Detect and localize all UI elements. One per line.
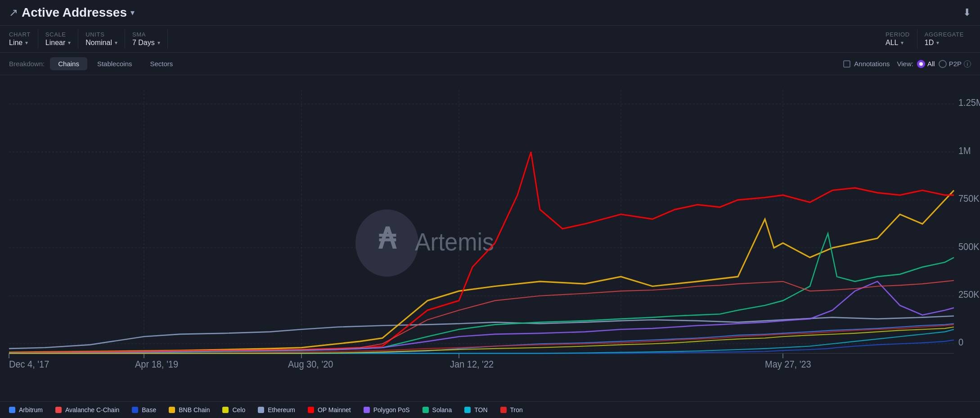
sma-control: SMA 7 Days ▾: [132, 29, 168, 49]
breakdown-bar: Breakdown: Chains Stablecoins Sectors An…: [0, 53, 980, 75]
units-control: UNITS Nominal ▾: [85, 29, 125, 49]
period-value: ALL: [886, 39, 898, 47]
legend-label-ethereum: Ethereum: [268, 406, 295, 413]
view-p2p-option[interactable]: P2P i: [939, 60, 971, 68]
chart-svg: 1.25M 1M 750K 500K 250K 0 ₳ Artemis Dec …: [0, 75, 980, 401]
chart-control: CHART Line ▾: [9, 29, 38, 49]
svg-text:0: 0: [958, 337, 963, 348]
scale-control: SCALE Linear ▾: [45, 29, 78, 49]
legend-color-avalanche: [55, 407, 62, 413]
view-control: View: All P2P i: [897, 60, 971, 68]
tab-stablecoins[interactable]: Stablecoins: [89, 57, 140, 70]
legend-label-arbitrum: Arbitrum: [19, 406, 43, 413]
legend-item-ethereum[interactable]: Ethereum: [258, 406, 295, 413]
header: ↗ Active Addresses ▾ ⬇: [0, 0, 980, 26]
chart-value: Line: [9, 39, 22, 47]
annotations-label: Annotations: [854, 60, 890, 68]
svg-text:750K: 750K: [958, 193, 980, 204]
tab-chains[interactable]: Chains: [50, 57, 87, 70]
chart-caret: ▾: [25, 40, 28, 46]
legend-label-polygon: Polygon PoS: [373, 406, 410, 413]
legend-label-bnb: BNB Chain: [179, 406, 210, 413]
units-dropdown[interactable]: Nominal ▾: [85, 39, 117, 47]
legend-item-ton[interactable]: TON: [464, 406, 487, 413]
legend-color-polygon: [364, 407, 370, 413]
breakdown-tabs: Chains Stablecoins Sectors: [50, 57, 181, 70]
aggregate-caret: ▾: [936, 40, 939, 46]
legend-item-base[interactable]: Base: [132, 406, 156, 413]
scale-dropdown[interactable]: Linear ▾: [45, 39, 71, 47]
annotations-control[interactable]: Annotations: [843, 60, 890, 68]
scale-caret: ▾: [68, 40, 71, 46]
svg-text:Jan 12, '22: Jan 12, '22: [450, 359, 494, 370]
legend-item-solana[interactable]: Solana: [423, 406, 452, 413]
legend-label-tron: Tron: [510, 406, 523, 413]
period-label: PERIOD: [886, 31, 910, 38]
sma-caret: ▾: [157, 40, 160, 46]
controls-bar: CHART Line ▾ SCALE Linear ▾ UNITS Nomina…: [0, 26, 980, 53]
legend-item-arbitrum[interactable]: Arbitrum: [9, 406, 43, 413]
view-label: View:: [897, 60, 913, 68]
svg-text:Aug 30, '20: Aug 30, '20: [288, 359, 333, 370]
legend-color-solana: [423, 407, 429, 413]
aggregate-dropdown[interactable]: 1D ▾: [925, 39, 964, 47]
legend-item-avalanche[interactable]: Avalanche C-Chain: [55, 406, 119, 413]
sma-dropdown[interactable]: 7 Days ▾: [132, 39, 160, 47]
legend-item-tron[interactable]: Tron: [500, 406, 523, 413]
legend-color-op: [308, 407, 314, 413]
scale-label: SCALE: [45, 31, 71, 38]
legend-item-polygon[interactable]: Polygon PoS: [364, 406, 410, 413]
units-caret: ▾: [115, 40, 117, 46]
view-all-option[interactable]: All: [917, 60, 935, 68]
legend-label-base: Base: [142, 406, 156, 413]
chart-dropdown[interactable]: Line ▾: [9, 39, 31, 47]
units-value: Nominal: [85, 39, 112, 47]
aggregate-label: AGGREGATE: [925, 31, 964, 38]
controls-right: PERIOD ALL ▾ AGGREGATE 1D ▾: [886, 29, 971, 49]
sma-value: 7 Days: [132, 39, 155, 47]
legend-item-op[interactable]: OP Mainnet: [308, 406, 351, 413]
legend-color-base: [132, 407, 138, 413]
period-control: PERIOD ALL ▾: [886, 29, 917, 49]
scale-value: Linear: [45, 39, 65, 47]
header-left: ↗ Active Addresses ▾: [9, 5, 135, 20]
svg-text:May 27, '23: May 27, '23: [765, 359, 811, 370]
svg-text:1M: 1M: [958, 145, 971, 156]
tab-sectors[interactable]: Sectors: [142, 57, 181, 70]
legend-label-ton: TON: [474, 406, 487, 413]
svg-text:500K: 500K: [958, 241, 980, 252]
legend-label-avalanche: Avalanche C-Chain: [65, 406, 119, 413]
breakdown-right: Annotations View: All P2P i: [843, 60, 971, 68]
legend: Arbitrum Avalanche C-Chain Base BNB Chai…: [0, 401, 980, 418]
view-all-radio[interactable]: [917, 60, 925, 68]
view-p2p-radio[interactable]: [939, 60, 947, 68]
svg-text:Apr 18, '19: Apr 18, '19: [135, 359, 178, 370]
view-p2p-label: P2P: [949, 60, 962, 68]
legend-label-solana: Solana: [432, 406, 452, 413]
chart-icon: ↗: [9, 6, 18, 19]
svg-text:250K: 250K: [958, 289, 980, 300]
sma-label: SMA: [132, 31, 160, 38]
legend-item-celo[interactable]: Celo: [222, 406, 245, 413]
download-button[interactable]: ⬇: [963, 7, 971, 18]
chart-label: CHART: [9, 31, 31, 38]
svg-text:Artemis: Artemis: [415, 227, 494, 255]
legend-color-bnb: [169, 407, 175, 413]
annotations-checkbox[interactable]: [843, 60, 850, 68]
p2p-info-icon[interactable]: i: [964, 60, 971, 68]
svg-text:1.25M: 1.25M: [958, 97, 980, 108]
legend-color-ton: [464, 407, 471, 413]
legend-label-celo: Celo: [232, 406, 245, 413]
legend-color-ethereum: [258, 407, 264, 413]
svg-text:₳: ₳: [378, 223, 397, 255]
legend-color-arbitrum: [9, 407, 15, 413]
view-all-label: All: [927, 60, 935, 68]
aggregate-value: 1D: [925, 39, 934, 47]
units-label: UNITS: [85, 31, 117, 38]
period-caret: ▾: [901, 40, 904, 46]
title-chevron-icon[interactable]: ▾: [130, 8, 135, 18]
legend-color-celo: [222, 407, 229, 413]
period-dropdown[interactable]: ALL ▾: [886, 39, 910, 47]
legend-item-bnb[interactable]: BNB Chain: [169, 406, 210, 413]
svg-text:Dec 4, '17: Dec 4, '17: [9, 359, 49, 370]
